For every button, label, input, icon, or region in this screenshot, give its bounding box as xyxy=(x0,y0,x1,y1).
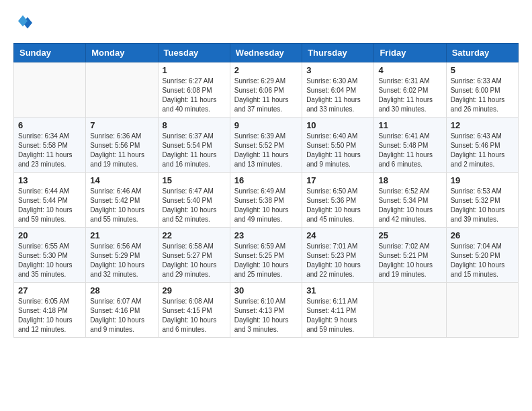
calendar-week-row: 27Sunrise: 6:05 AM Sunset: 4:18 PM Dayli… xyxy=(14,283,519,338)
cell-content: Sunrise: 6:46 AM Sunset: 5:42 PM Dayligh… xyxy=(90,187,153,224)
calendar-cell xyxy=(446,283,518,338)
cell-content: Sunrise: 7:01 AM Sunset: 5:23 PM Dayligh… xyxy=(306,242,369,279)
calendar-header-row: SundayMondayTuesdayWednesdayThursdayFrid… xyxy=(14,44,519,62)
day-number: 9 xyxy=(234,120,298,130)
cell-content: Sunrise: 6:05 AM Sunset: 4:18 PM Dayligh… xyxy=(18,297,81,334)
cell-content: Sunrise: 6:55 AM Sunset: 5:30 PM Dayligh… xyxy=(18,242,81,279)
day-number: 23 xyxy=(234,230,298,240)
logo-icon xyxy=(13,13,32,32)
page-header xyxy=(13,13,519,32)
calendar-cell: 9Sunrise: 6:39 AM Sunset: 5:52 PM Daylig… xyxy=(230,118,302,173)
calendar-cell: 27Sunrise: 6:05 AM Sunset: 4:18 PM Dayli… xyxy=(14,283,86,338)
cell-content: Sunrise: 6:07 AM Sunset: 4:16 PM Dayligh… xyxy=(90,297,153,334)
day-number: 29 xyxy=(163,285,226,295)
day-number: 19 xyxy=(451,175,514,185)
cell-content: Sunrise: 6:10 AM Sunset: 4:13 PM Dayligh… xyxy=(234,297,298,334)
cell-content: Sunrise: 6:08 AM Sunset: 4:15 PM Dayligh… xyxy=(163,297,226,334)
day-number: 28 xyxy=(90,285,153,295)
calendar-cell: 12Sunrise: 6:43 AM Sunset: 5:46 PM Dayli… xyxy=(446,118,518,173)
cell-content: Sunrise: 6:50 AM Sunset: 5:36 PM Dayligh… xyxy=(306,187,369,224)
calendar-cell: 14Sunrise: 6:46 AM Sunset: 5:42 PM Dayli… xyxy=(86,173,158,228)
day-number: 15 xyxy=(163,175,226,185)
day-number: 3 xyxy=(306,65,369,75)
day-number: 14 xyxy=(90,175,153,185)
cell-content: Sunrise: 6:44 AM Sunset: 5:44 PM Dayligh… xyxy=(18,187,81,224)
column-header-sunday: Sunday xyxy=(14,44,86,62)
calendar-cell: 26Sunrise: 7:04 AM Sunset: 5:20 PM Dayli… xyxy=(446,228,518,283)
calendar-cell: 17Sunrise: 6:50 AM Sunset: 5:36 PM Dayli… xyxy=(302,173,374,228)
calendar-cell xyxy=(86,62,158,118)
calendar-cell: 24Sunrise: 7:01 AM Sunset: 5:23 PM Dayli… xyxy=(302,228,374,283)
logo xyxy=(13,13,35,32)
calendar-cell: 15Sunrise: 6:47 AM Sunset: 5:40 PM Dayli… xyxy=(158,173,230,228)
calendar-cell: 30Sunrise: 6:10 AM Sunset: 4:13 PM Dayli… xyxy=(230,283,302,338)
day-number: 20 xyxy=(18,230,81,240)
cell-content: Sunrise: 6:33 AM Sunset: 6:00 PM Dayligh… xyxy=(451,77,514,114)
calendar-cell: 23Sunrise: 6:59 AM Sunset: 5:25 PM Dayli… xyxy=(230,228,302,283)
column-header-thursday: Thursday xyxy=(302,44,374,62)
cell-content: Sunrise: 6:11 AM Sunset: 4:11 PM Dayligh… xyxy=(306,297,369,334)
calendar-cell: 21Sunrise: 6:56 AM Sunset: 5:29 PM Dayli… xyxy=(86,228,158,283)
day-number: 2 xyxy=(234,65,298,75)
day-number: 26 xyxy=(451,230,514,240)
cell-content: Sunrise: 6:36 AM Sunset: 5:56 PM Dayligh… xyxy=(90,132,153,169)
calendar-cell: 25Sunrise: 7:02 AM Sunset: 5:21 PM Dayli… xyxy=(374,228,446,283)
calendar-cell: 6Sunrise: 6:34 AM Sunset: 5:58 PM Daylig… xyxy=(14,118,86,173)
calendar-cell: 20Sunrise: 6:55 AM Sunset: 5:30 PM Dayli… xyxy=(14,228,86,283)
calendar-cell: 19Sunrise: 6:53 AM Sunset: 5:32 PM Dayli… xyxy=(446,173,518,228)
calendar-cell: 11Sunrise: 6:41 AM Sunset: 5:48 PM Dayli… xyxy=(374,118,446,173)
cell-content: Sunrise: 6:30 AM Sunset: 6:04 PM Dayligh… xyxy=(306,77,369,114)
cell-content: Sunrise: 6:31 AM Sunset: 6:02 PM Dayligh… xyxy=(378,77,441,114)
cell-content: Sunrise: 6:29 AM Sunset: 6:06 PM Dayligh… xyxy=(234,77,298,114)
calendar-cell: 8Sunrise: 6:37 AM Sunset: 5:54 PM Daylig… xyxy=(158,118,230,173)
calendar-cell: 16Sunrise: 6:49 AM Sunset: 5:38 PM Dayli… xyxy=(230,173,302,228)
cell-content: Sunrise: 6:27 AM Sunset: 6:08 PM Dayligh… xyxy=(163,77,226,114)
cell-content: Sunrise: 6:49 AM Sunset: 5:38 PM Dayligh… xyxy=(234,187,298,224)
calendar-cell: 1Sunrise: 6:27 AM Sunset: 6:08 PM Daylig… xyxy=(158,62,230,118)
day-number: 21 xyxy=(90,230,153,240)
cell-content: Sunrise: 7:02 AM Sunset: 5:21 PM Dayligh… xyxy=(378,242,441,279)
day-number: 16 xyxy=(234,175,298,185)
column-header-tuesday: Tuesday xyxy=(158,44,230,62)
day-number: 12 xyxy=(451,120,514,130)
cell-content: Sunrise: 6:37 AM Sunset: 5:54 PM Dayligh… xyxy=(163,132,226,169)
calendar-week-row: 1Sunrise: 6:27 AM Sunset: 6:08 PM Daylig… xyxy=(14,62,519,118)
cell-content: Sunrise: 6:40 AM Sunset: 5:50 PM Dayligh… xyxy=(306,132,369,169)
column-header-saturday: Saturday xyxy=(446,44,518,62)
cell-content: Sunrise: 6:52 AM Sunset: 5:34 PM Dayligh… xyxy=(378,187,441,224)
calendar-cell: 5Sunrise: 6:33 AM Sunset: 6:00 PM Daylig… xyxy=(446,62,518,118)
calendar-cell: 29Sunrise: 6:08 AM Sunset: 4:15 PM Dayli… xyxy=(158,283,230,338)
calendar-week-row: 13Sunrise: 6:44 AM Sunset: 5:44 PM Dayli… xyxy=(14,173,519,228)
day-number: 17 xyxy=(306,175,369,185)
calendar-cell: 13Sunrise: 6:44 AM Sunset: 5:44 PM Dayli… xyxy=(14,173,86,228)
day-number: 24 xyxy=(306,230,369,240)
day-number: 6 xyxy=(18,120,81,130)
calendar-week-row: 6Sunrise: 6:34 AM Sunset: 5:58 PM Daylig… xyxy=(14,118,519,173)
cell-content: Sunrise: 6:43 AM Sunset: 5:46 PM Dayligh… xyxy=(451,132,514,169)
cell-content: Sunrise: 6:56 AM Sunset: 5:29 PM Dayligh… xyxy=(90,242,153,279)
cell-content: Sunrise: 6:58 AM Sunset: 5:27 PM Dayligh… xyxy=(163,242,226,279)
day-number: 10 xyxy=(306,120,369,130)
column-header-monday: Monday xyxy=(86,44,158,62)
day-number: 31 xyxy=(306,285,369,295)
calendar-cell: 3Sunrise: 6:30 AM Sunset: 6:04 PM Daylig… xyxy=(302,62,374,118)
calendar-table: SundayMondayTuesdayWednesdayThursdayFrid… xyxy=(13,43,519,338)
day-number: 8 xyxy=(163,120,226,130)
day-number: 11 xyxy=(378,120,441,130)
day-number: 7 xyxy=(90,120,153,130)
day-number: 22 xyxy=(163,230,226,240)
cell-content: Sunrise: 6:34 AM Sunset: 5:58 PM Dayligh… xyxy=(18,132,81,169)
calendar-cell: 4Sunrise: 6:31 AM Sunset: 6:02 PM Daylig… xyxy=(374,62,446,118)
calendar-cell: 10Sunrise: 6:40 AM Sunset: 5:50 PM Dayli… xyxy=(302,118,374,173)
cell-content: Sunrise: 6:47 AM Sunset: 5:40 PM Dayligh… xyxy=(163,187,226,224)
day-number: 5 xyxy=(451,65,514,75)
calendar-cell: 2Sunrise: 6:29 AM Sunset: 6:06 PM Daylig… xyxy=(230,62,302,118)
column-header-wednesday: Wednesday xyxy=(230,44,302,62)
calendar-cell: 7Sunrise: 6:36 AM Sunset: 5:56 PM Daylig… xyxy=(86,118,158,173)
day-number: 1 xyxy=(163,65,226,75)
calendar-cell xyxy=(374,283,446,338)
day-number: 13 xyxy=(18,175,81,185)
day-number: 18 xyxy=(378,175,441,185)
calendar-week-row: 20Sunrise: 6:55 AM Sunset: 5:30 PM Dayli… xyxy=(14,228,519,283)
cell-content: Sunrise: 6:53 AM Sunset: 5:32 PM Dayligh… xyxy=(451,187,514,224)
